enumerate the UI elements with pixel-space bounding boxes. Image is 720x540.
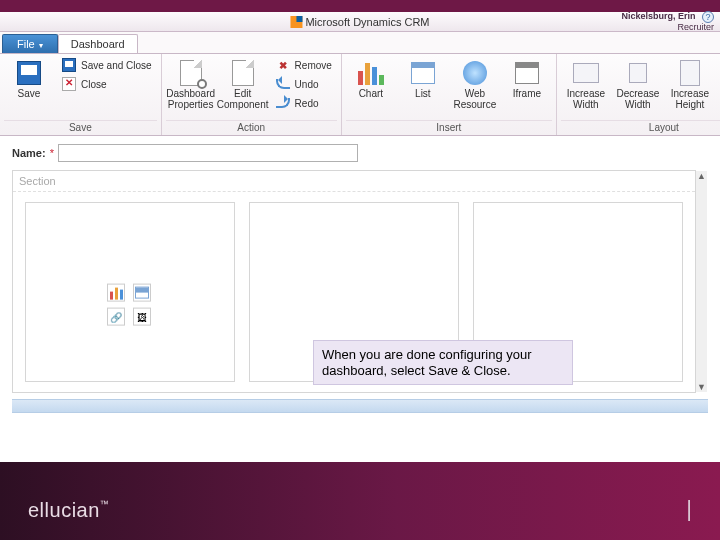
dashboard-properties-label: Dashboard Properties <box>166 89 215 110</box>
product-title: Microsoft Dynamics CRM <box>290 16 429 28</box>
scroll-up-icon[interactable]: ▲ <box>697 171 706 181</box>
remove-icon: ✖ <box>275 57 291 73</box>
save-label: Save <box>18 89 41 100</box>
increase-width-label: Increase Width <box>564 89 608 110</box>
ribbon-group-layout: Increase Width Decrease Width Increase H… <box>557 54 720 135</box>
chart-icon <box>358 61 384 85</box>
remove-button[interactable]: ✖ Remove <box>270 56 337 74</box>
iframe-label: Iframe <box>513 89 541 100</box>
close-button[interactable]: Close <box>56 75 157 93</box>
undo-label: Undo <box>295 79 319 90</box>
redo-label: Redo <box>295 98 319 109</box>
decrease-width-button[interactable]: Decrease Width <box>613 56 663 114</box>
product-name: Microsoft Dynamics CRM <box>305 16 429 28</box>
increase-height-label: Increase Height <box>668 89 712 110</box>
dashboard-properties-button[interactable]: Dashboard Properties <box>166 56 216 114</box>
redo-icon <box>276 98 290 108</box>
increase-height-button[interactable]: Increase Height <box>665 56 715 114</box>
vertical-scrollbar[interactable]: ▲ ▼ <box>695 171 707 392</box>
decrease-width-label: Decrease Width <box>616 89 660 110</box>
iframe-icon <box>515 62 539 84</box>
save-button[interactable]: Save <box>4 56 54 114</box>
undo-icon <box>276 79 290 89</box>
brand-logo: ellucian™ <box>28 499 109 522</box>
edit-component-label: Edit Component <box>217 89 269 110</box>
redo-button[interactable]: Redo <box>270 94 337 112</box>
ribbon-group-save: Save Save and Close Close Save <box>0 54 162 135</box>
scroll-down-icon[interactable]: ▼ <box>697 382 706 392</box>
gear-icon <box>197 79 207 89</box>
status-strip <box>12 399 708 413</box>
save-close-icon <box>62 58 76 72</box>
instruction-callout: When you are done configuring your dashb… <box>313 340 573 385</box>
callout-text: When you are done configuring your dashb… <box>322 347 532 378</box>
current-user: Nickelsburg, Erin <box>621 11 695 21</box>
edit-icon <box>232 60 254 86</box>
increase-height-icon <box>680 60 700 86</box>
crm-logo-icon <box>290 16 302 28</box>
tab-dashboard[interactable]: Dashboard <box>58 34 138 53</box>
close-label: Close <box>81 79 107 90</box>
save-and-close-label: Save and Close <box>81 60 152 71</box>
insert-list-button[interactable]: List <box>398 56 448 114</box>
edit-component-button[interactable]: Edit Component <box>218 56 268 114</box>
remove-label: Remove <box>295 60 332 71</box>
tab-file[interactable]: File <box>2 34 58 53</box>
slot1-add-list-icon[interactable] <box>133 284 151 302</box>
dashboard-slot-1[interactable]: 🔗 🖼 <box>25 202 235 382</box>
save-and-close-button[interactable]: Save and Close <box>56 56 157 74</box>
slot1-add-iframe-icon[interactable]: 🖼 <box>133 308 151 326</box>
ribbon-group-insert: Chart List Web Resource Iframe Insert <box>342 54 557 135</box>
dashboard-name-input[interactable] <box>58 144 358 162</box>
slide-footer: ellucian™ | <box>0 462 720 540</box>
footer-divider: | <box>686 496 692 522</box>
close-icon <box>62 77 76 91</box>
web-icon <box>463 61 487 85</box>
title-bar: Microsoft Dynamics CRM Nickelsburg, Erin… <box>0 12 720 32</box>
save-icon <box>17 61 41 85</box>
current-role: Recruiter <box>677 22 714 32</box>
group-label-action: Action <box>166 120 337 135</box>
insert-iframe-button[interactable]: Iframe <box>502 56 552 114</box>
section-container: Section 🔗 🖼 When you are done configurin… <box>12 170 696 393</box>
list-label: List <box>415 89 431 100</box>
increase-width-button[interactable]: Increase Width <box>561 56 611 114</box>
group-label-save: Save <box>4 120 157 135</box>
required-marker: * <box>50 147 54 159</box>
slot1-add-web-icon[interactable]: 🔗 <box>107 308 125 326</box>
section-title: Section <box>13 171 695 192</box>
designer-content: Name: * Section 🔗 🖼 When you are done co… <box>0 136 720 413</box>
decrease-width-icon <box>629 63 647 83</box>
increase-width-icon <box>573 63 599 83</box>
web-resource-label: Web Resource <box>453 89 497 110</box>
group-label-layout: Layout <box>561 120 720 135</box>
slot1-add-chart-icon[interactable] <box>107 284 125 302</box>
ribbon-group-action: Dashboard Properties Edit Component ✖ Re… <box>162 54 342 135</box>
group-label-insert: Insert <box>346 120 552 135</box>
ribbon: Save Save and Close Close Save Dashboard… <box>0 54 720 136</box>
chart-label: Chart <box>359 89 383 100</box>
name-row: Name: * <box>12 144 708 162</box>
list-icon <box>411 62 435 84</box>
name-field-label: Name: <box>12 147 46 159</box>
ribbon-tab-strip: File Dashboard <box>0 32 720 54</box>
brand-top-strip <box>0 0 720 12</box>
undo-button[interactable]: Undo <box>270 75 337 93</box>
insert-web-resource-button[interactable]: Web Resource <box>450 56 500 114</box>
insert-chart-button[interactable]: Chart <box>346 56 396 114</box>
